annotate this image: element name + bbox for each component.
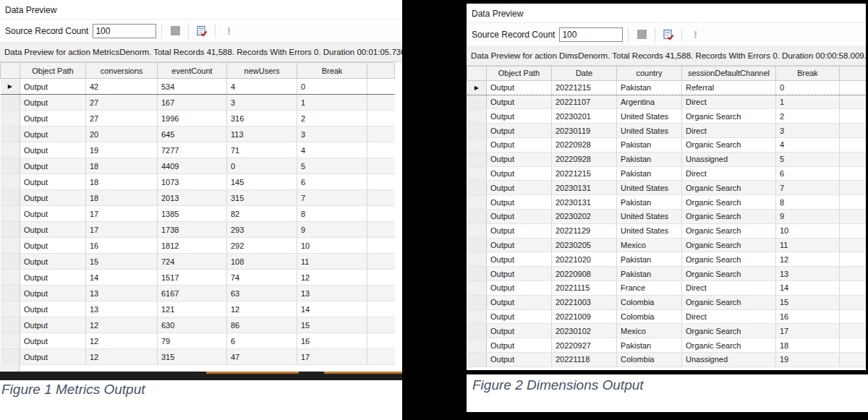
table-cell[interactable]: Organic Search	[682, 324, 776, 338]
row-selector-header[interactable]	[1, 63, 20, 79]
table-cell[interactable]: 20221215	[552, 80, 617, 95]
table-cell[interactable]: 47	[227, 349, 297, 365]
table-cell[interactable]: 534	[158, 79, 227, 95]
table-cell[interactable]: 108	[227, 254, 297, 270]
table-cell[interactable]: 19	[86, 142, 158, 158]
table-cell[interactable]: 6	[297, 174, 367, 190]
table-cell[interactable]: Output	[20, 111, 86, 127]
table-cell[interactable]: 1	[776, 95, 840, 109]
table-cell[interactable]: 316	[227, 111, 297, 127]
table-cell[interactable]: 10	[297, 238, 367, 254]
table-cell[interactable]: 2	[297, 111, 367, 127]
table-cell[interactable]: 11	[297, 254, 367, 270]
table-cell[interactable]: 14	[297, 301, 367, 317]
table-row[interactable]: Output123154717	[1, 349, 395, 365]
table-cell[interactable]: Organic Search	[682, 195, 776, 210]
table-cell[interactable]: 0	[297, 79, 367, 95]
table-cell[interactable]: Referral	[682, 80, 776, 95]
table-row[interactable]: Output20230202United StatesOrganic Searc…	[467, 209, 867, 223]
table-cell[interactable]: Mexico	[617, 324, 682, 338]
table-cell[interactable]: 20230201	[552, 109, 617, 124]
table-cell[interactable]: 20220927	[552, 338, 617, 353]
table-cell[interactable]: 86	[227, 317, 297, 333]
table-cell[interactable]: United States	[617, 223, 682, 238]
table-cell[interactable]: 8	[776, 195, 840, 210]
table-row[interactable]: Output18440905	[1, 158, 395, 174]
table-cell[interactable]: 1	[297, 95, 367, 111]
table-cell[interactable]: Output	[20, 142, 86, 158]
row-selector-header[interactable]	[467, 67, 487, 81]
row-selector[interactable]	[1, 158, 20, 174]
table-cell[interactable]: 15	[776, 295, 840, 309]
table-cell[interactable]: 113	[227, 127, 297, 142]
table-cell[interactable]: Pakistan	[617, 338, 682, 353]
table-cell[interactable]: Pakistan	[617, 137, 682, 152]
column-header-newusers[interactable]: newUsers	[227, 63, 297, 79]
table-cell[interactable]: 71	[227, 142, 297, 158]
table-cell[interactable]: Output	[487, 124, 552, 138]
table-cell[interactable]: 17	[86, 222, 158, 238]
row-selector[interactable]	[467, 137, 487, 152]
table-cell[interactable]: Output	[20, 333, 86, 349]
row-selector[interactable]	[467, 238, 487, 252]
table-cell[interactable]: 20221020	[552, 252, 617, 267]
table-cell[interactable]: Output	[20, 301, 86, 317]
table-cell[interactable]: 20221118	[552, 352, 617, 367]
table-cell[interactable]: 4	[297, 142, 367, 158]
table-cell[interactable]: Output	[487, 295, 552, 309]
table-cell[interactable]: 20230102	[552, 324, 617, 338]
table-cell[interactable]: Colombia	[617, 352, 682, 367]
row-selector[interactable]	[467, 195, 487, 210]
row-selector[interactable]: ▶	[467, 80, 487, 95]
row-selector[interactable]	[1, 317, 20, 333]
refresh-preview-button[interactable]	[194, 23, 210, 39]
row-selector[interactable]	[1, 333, 20, 349]
table-cell[interactable]: 16	[86, 238, 158, 254]
row-selector[interactable]	[467, 109, 487, 124]
table-cell[interactable]: 6167	[158, 286, 227, 301]
table-cell[interactable]: 20220928	[552, 152, 617, 166]
table-cell[interactable]: 20230131	[552, 181, 617, 195]
table-cell[interactable]: 12	[86, 317, 158, 333]
column-header-country[interactable]: country	[617, 67, 682, 81]
table-cell[interactable]: 12	[86, 349, 158, 365]
table-row[interactable]: Output1572410811	[1, 254, 395, 270]
table-cell[interactable]: 18	[86, 174, 158, 190]
table-cell[interactable]: Pakistan	[617, 152, 682, 166]
table-cell[interactable]: 4409	[158, 158, 227, 174]
row-selector[interactable]	[467, 252, 487, 267]
table-cell[interactable]: 9	[776, 209, 840, 223]
table-cell[interactable]: 6	[227, 333, 297, 349]
table-row[interactable]: Output1810731456	[1, 174, 395, 190]
table-cell[interactable]: Organic Search	[682, 209, 776, 223]
table-cell[interactable]: 11	[776, 238, 840, 252]
table-cell[interactable]: 6	[776, 166, 840, 181]
table-cell[interactable]: 7	[297, 190, 367, 206]
table-cell[interactable]: Organic Search	[682, 109, 776, 124]
table-cell[interactable]: Output	[20, 270, 86, 286]
table-cell[interactable]: Output	[487, 109, 552, 124]
table-cell[interactable]: 20221107	[552, 95, 617, 109]
row-selector[interactable]	[1, 222, 20, 238]
table-cell[interactable]: 4	[227, 79, 297, 95]
table-cell[interactable]: 17	[297, 349, 367, 365]
table-row[interactable]: Output20221003ColombiaOrganic Search15	[467, 295, 867, 309]
column-header-break[interactable]: Break	[776, 67, 840, 81]
table-row[interactable]: Output1279616	[1, 333, 395, 349]
table-cell[interactable]: 5	[297, 158, 367, 174]
table-cell[interactable]: 10	[776, 223, 840, 238]
table-cell[interactable]: Pakistan	[617, 80, 682, 95]
table-cell[interactable]: 74	[227, 270, 297, 286]
table-cell[interactable]: 1738	[158, 222, 227, 238]
table-cell[interactable]: 16	[297, 333, 367, 349]
table-row[interactable]: Output2716731	[1, 95, 395, 111]
table-cell[interactable]: 13	[297, 286, 367, 301]
table-cell[interactable]: Output	[20, 286, 86, 301]
table-cell[interactable]: Output	[20, 238, 86, 254]
table-cell[interactable]: Mexico	[617, 238, 682, 252]
table-cell[interactable]: Organic Search	[682, 295, 776, 309]
column-header-date[interactable]: Date	[552, 67, 617, 81]
errors-button[interactable]: !	[687, 27, 703, 43]
table-row[interactable]: Output20221215PakistanDirect6	[467, 166, 867, 181]
row-selector[interactable]	[1, 95, 20, 111]
